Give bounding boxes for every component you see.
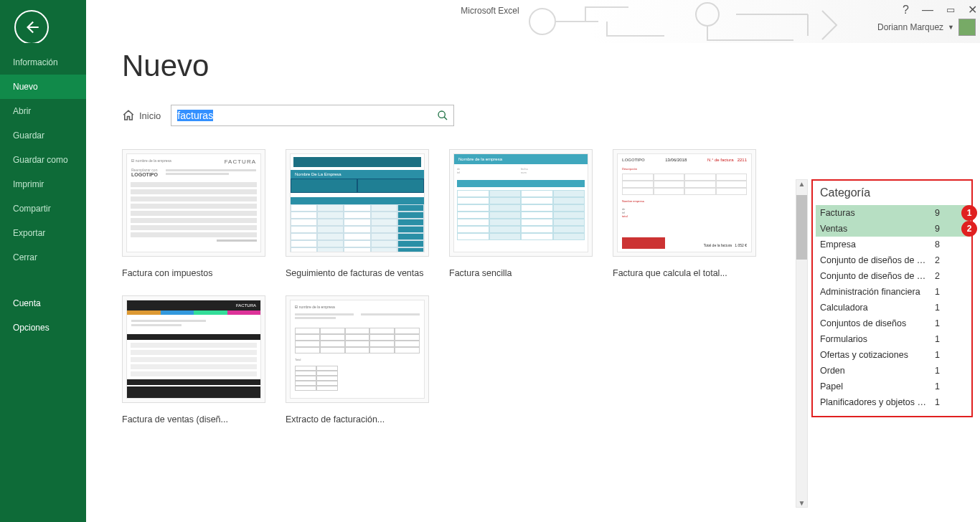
sidebar-item-account[interactable]: Cuenta: [0, 291, 86, 315]
category-count: 9: [935, 224, 940, 234]
category-count: 1: [935, 350, 940, 360]
category-name: Conjunto de diseños de deg...: [820, 271, 928, 281]
category-name: Planificadores y objetos de...: [820, 397, 928, 407]
template-thumbnail[interactable]: El nombre de la empresaFACTURAReemplazar…: [122, 149, 265, 257]
template-caption: Factura sencilla: [449, 268, 600, 278]
category-name: Orden: [820, 366, 845, 376]
annotation-badge: 2: [961, 221, 977, 237]
help-icon[interactable]: ?: [903, 4, 909, 16]
category-name: Conjuntos de diseños: [820, 318, 906, 328]
category-count: 2: [935, 271, 940, 281]
category-item[interactable]: Ofertas y cotizaciones1: [816, 347, 969, 363]
category-item[interactable]: Conjuntos de diseños1: [816, 315, 969, 331]
template-thumbnail[interactable]: LOGOTIPO13/06/2018N.° de factura 2211Des…: [613, 149, 756, 257]
back-button[interactable]: [14, 10, 49, 44]
template-card[interactable]: Nombre De La EmpresaSeguimiento de factu…: [286, 149, 436, 278]
category-name: Papel: [820, 381, 843, 392]
template-thumbnail[interactable]: Nombre de la empresadirtelfechanum: [449, 149, 593, 257]
category-name: Facturas: [820, 208, 855, 218]
sidebar-item-save[interactable]: Guardar: [0, 123, 86, 148]
category-count: 8: [935, 239, 940, 250]
template-thumbnail[interactable]: Nombre De La Empresa: [286, 149, 429, 257]
user-name[interactable]: Doriann Marquez: [877, 22, 943, 32]
annotation-badge: 1: [961, 205, 977, 221]
category-item[interactable]: Ventas92: [816, 221, 969, 237]
category-item[interactable]: Orden1: [816, 363, 969, 379]
category-count: 9: [935, 208, 940, 218]
category-count: 1: [935, 318, 940, 328]
template-caption: Factura con impuestos: [122, 268, 273, 278]
home-label: Inicio: [139, 110, 161, 121]
template-card[interactable]: FACTURAFactura de ventas (diseñ...: [122, 295, 273, 424]
category-name: Formularios: [820, 334, 867, 344]
sidebar-item-info[interactable]: Información: [0, 50, 86, 75]
search-input[interactable]: [177, 110, 435, 121]
category-item[interactable]: Calculadora1: [816, 300, 969, 315]
category-item[interactable]: Planificadores y objetos de...1: [816, 394, 969, 410]
category-item[interactable]: Conjunto de diseños de deg...2: [816, 268, 969, 284]
category-item[interactable]: Conjunto de diseños de deg...2: [816, 252, 969, 268]
category-item[interactable]: Administración financiera1: [816, 284, 969, 300]
category-count: 1: [935, 366, 940, 376]
template-thumbnail[interactable]: El nombre de la empresaTotal: [286, 295, 429, 403]
category-count: 2: [935, 255, 940, 265]
category-name: Administración financiera: [820, 287, 920, 297]
home-breadcrumb[interactable]: Inicio: [122, 109, 161, 122]
category-item[interactable]: Empresa8: [816, 237, 969, 252]
category-title: Categoría: [816, 184, 969, 205]
template-caption: Seguimiento de facturas de ventas: [286, 268, 436, 278]
scrollbar-thumb[interactable]: [796, 195, 807, 260]
category-count: 1: [935, 303, 940, 313]
template-card[interactable]: Nombre de la empresadirtelfechanumFactur…: [449, 149, 600, 278]
sidebar: InformaciónNuevoAbrirGuardarGuardar como…: [0, 43, 86, 522]
app-title: Microsoft Excel: [0, 6, 980, 16]
category-count: 1: [935, 334, 940, 344]
scroll-down-icon[interactable]: ▼: [796, 499, 807, 507]
template-card[interactable]: El nombre de la empresaTotalExtracto de …: [286, 295, 436, 424]
category-item[interactable]: Formularios1: [816, 331, 969, 347]
home-icon: [122, 109, 135, 122]
search-icon: [437, 110, 448, 121]
search-box: [171, 105, 454, 126]
sidebar-item-print[interactable]: Imprimir: [0, 172, 86, 196]
sidebar-item-share[interactable]: Compartir: [0, 196, 86, 221]
sidebar-item-open[interactable]: Abrir: [0, 99, 86, 123]
svg-point-2: [438, 111, 445, 118]
category-count: 1: [935, 287, 940, 297]
sidebar-item-close[interactable]: Cerrar: [0, 245, 86, 270]
template-thumbnail[interactable]: FACTURA: [122, 295, 265, 403]
category-count: 1: [935, 397, 940, 407]
category-name: Ventas: [820, 224, 847, 234]
decorative-circuit: [521, 0, 894, 43]
category-item[interactable]: Papel1: [816, 379, 969, 394]
template-card[interactable]: LOGOTIPO13/06/2018N.° de factura 2211Des…: [613, 149, 763, 278]
template-caption: Extracto de facturación...: [286, 414, 436, 424]
sidebar-item-export[interactable]: Exportar: [0, 221, 86, 245]
close-icon[interactable]: ✕: [968, 3, 977, 16]
category-panel: Categoría Facturas91Ventas92Empresa8Conj…: [811, 179, 973, 417]
restore-icon[interactable]: ▭: [946, 4, 955, 15]
category-item[interactable]: Facturas91: [816, 205, 969, 221]
category-count: 1: [935, 381, 940, 392]
svg-point-1: [696, 3, 719, 26]
template-card[interactable]: El nombre de la empresaFACTURAReemplazar…: [122, 149, 273, 278]
sidebar-item-new[interactable]: Nuevo: [0, 75, 86, 99]
scroll-up-icon[interactable]: ▲: [796, 180, 807, 188]
category-name: Conjunto de diseños de deg...: [820, 255, 928, 265]
sidebar-item-saveas[interactable]: Guardar como: [0, 148, 86, 172]
user-dropdown-icon[interactable]: ▼: [948, 24, 954, 31]
sidebar-item-options[interactable]: Opciones: [0, 315, 86, 340]
category-name: Empresa: [820, 239, 856, 250]
gallery-scrollbar[interactable]: ▲ ▼: [796, 179, 808, 508]
template-caption: Factura de ventas (diseñ...: [122, 414, 273, 424]
category-name: Ofertas y cotizaciones: [820, 350, 908, 360]
template-caption: Factura que calcula el total...: [613, 268, 763, 278]
category-name: Calculadora: [820, 303, 868, 313]
svg-point-0: [529, 9, 555, 34]
search-button[interactable]: [435, 108, 451, 123]
page-title: Nuevo: [122, 49, 980, 83]
avatar[interactable]: [958, 19, 976, 36]
minimize-icon[interactable]: —: [922, 4, 933, 16]
